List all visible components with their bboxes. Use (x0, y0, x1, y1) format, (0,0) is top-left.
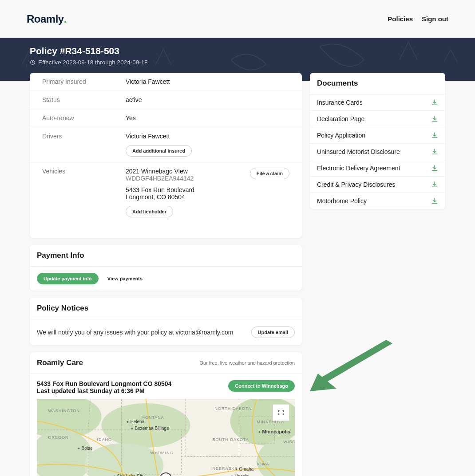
map-state-label: SOUTH DAKOTA (213, 437, 249, 442)
map-state-label: NEBRASKA (213, 466, 238, 471)
map-city-dot (151, 428, 153, 429)
logo[interactable]: Roamly. (27, 13, 67, 25)
svg-point-7 (102, 403, 190, 448)
map-city-label: Omaha (239, 467, 254, 472)
row-autorenew: Auto-renew Yes (30, 109, 302, 127)
document-row[interactable]: Policy Application (310, 127, 445, 144)
add-insured-button[interactable]: Add additional insured (126, 145, 192, 157)
care-location: 5433 Fox Run Boulevard Longmont CO 80504… (37, 380, 171, 394)
document-row[interactable]: Uninsured Motorist Disclosure (310, 144, 445, 160)
effective-text: Effective 2023-09-18 through 2024-09-18 (38, 59, 148, 66)
map-city-label: Bozeman (135, 426, 154, 431)
download-icon (431, 181, 438, 188)
value-primary-insured: Victoria Fawcett (126, 78, 289, 85)
value-autorenew: Yes (126, 114, 289, 122)
map-city-dot (236, 468, 238, 470)
payment-title: Payment Info (37, 251, 84, 260)
value-drivers-block: Victoria Fawcett Add additional insured (126, 133, 289, 157)
document-row[interactable]: Credit & Privacy Disclosures (310, 177, 445, 193)
download-icon (431, 197, 438, 205)
topbar: Roamly. Policies Sign out (0, 0, 475, 38)
roamly-care-card: Roamly Care Our free, live weather and h… (30, 352, 302, 476)
map-state-label: WASHINGTON (48, 409, 80, 413)
vehicle-addr1: 5433 Fox Run Boulevard (126, 186, 250, 193)
file-claim-button[interactable]: File a claim (250, 168, 289, 179)
row-vehicles: Vehicles 2021 Winnebago View WDDGF4HB2EA… (30, 162, 302, 238)
document-label: Policy Application (317, 132, 365, 139)
map-city-dot (127, 421, 129, 423)
logo-dot: . (64, 13, 67, 25)
row-primary-insured: Primary Insured Victoria Fawcett (30, 73, 302, 91)
map-state-label: WISCONSIN (284, 440, 295, 444)
notices-body: We will notify you of any issues with yo… (30, 319, 302, 345)
label-drivers: Drivers (42, 133, 126, 140)
nav-policies[interactable]: Policies (388, 15, 413, 23)
policy-notices-card: Policy Notices We will notify you of any… (30, 298, 302, 345)
map-city-label: Helena (131, 419, 145, 424)
care-timestamp: Last updated last Sunday at 6:36 PM (37, 387, 171, 394)
care-row: 5433 Fox Run Boulevard Longmont CO 80504… (30, 374, 302, 399)
documents-card: Documents Insurance CardsDeclaration Pag… (310, 73, 445, 209)
care-title: Roamly Care (37, 358, 83, 367)
svg-marker-16 (319, 340, 392, 385)
document-label: Declaration Page (317, 115, 364, 122)
notices-text: We will notify you of any issues with yo… (37, 329, 233, 336)
row-status: Status active (30, 91, 302, 109)
download-icon (431, 99, 438, 106)
map-city-label: Minneapolis (262, 429, 291, 434)
vehicle-addr2: Longmont, CO 80504 (126, 193, 250, 201)
document-row[interactable]: Insurance Cards (310, 94, 445, 111)
payment-info-card: Payment Info Update payment info View pa… (30, 245, 302, 291)
document-row[interactable]: Electronic Delivery Agreement (310, 160, 445, 177)
download-icon (431, 115, 438, 122)
payment-actions: Update payment info View payments (30, 267, 302, 291)
connect-winnebago-button[interactable]: Connect to Winnebago (228, 380, 295, 392)
map-state-label: OREGON (48, 435, 69, 440)
download-icon (431, 132, 438, 139)
payment-header: Payment Info (30, 245, 302, 267)
update-email-button[interactable]: Update email (251, 327, 295, 338)
map-city-dot (131, 428, 133, 429)
policy-details-card: Primary Insured Victoria Fawcett Status … (30, 73, 302, 238)
clock-icon (30, 59, 36, 65)
download-icon (431, 165, 438, 172)
value-vehicles-block: 2021 Winnebago View WDDGF4HB2EA944142 54… (126, 168, 250, 217)
map-svg: WASHINGTONMONTANANORTH DAKOTAMINNESOTAWI… (37, 399, 295, 476)
vehicle-vin: WDDGF4HB2EA944142 (126, 175, 250, 182)
map-city-label: Boise (82, 446, 93, 451)
documents-title: Documents (317, 79, 358, 88)
view-payments-link[interactable]: View payments (107, 276, 142, 281)
top-nav: Policies Sign out (388, 15, 448, 23)
vehicle-name: 2021 Winnebago View (126, 168, 250, 175)
fullscreen-icon (277, 409, 285, 416)
annotation-arrow-icon (310, 339, 394, 397)
logo-text: Roamly (27, 13, 64, 25)
documents-list: Insurance CardsDeclaration PagePolicy Ap… (310, 94, 445, 209)
documents-header: Documents (310, 73, 445, 94)
label-vehicles: Vehicles (42, 168, 126, 175)
document-row[interactable]: Motorhome Policy (310, 193, 445, 209)
label-status: Status (42, 96, 126, 103)
document-label: Insurance Cards (317, 99, 363, 106)
map-state-label: MONTANA (142, 415, 164, 420)
map-city-dot (259, 431, 261, 433)
value-drivers: Victoria Fawcett (126, 133, 289, 140)
document-label: Electronic Delivery Agreement (317, 165, 400, 172)
page-title: Policy #R34-518-503 (30, 46, 445, 56)
care-sub: Our free, live weather and hazard protec… (199, 360, 295, 366)
document-label: Motorhome Policy (317, 197, 367, 205)
value-status: active (126, 96, 289, 103)
map[interactable]: WASHINGTONMONTANANORTH DAKOTAMINNESOTAWI… (37, 399, 295, 476)
label-primary-insured: Primary Insured (42, 78, 126, 85)
document-label: Credit & Privacy Disclosures (317, 181, 396, 188)
nav-signout[interactable]: Sign out (422, 15, 448, 23)
add-lienholder-button[interactable]: Add lienholder (126, 206, 173, 217)
map-city-label: Billings (155, 426, 169, 431)
map-city-dot (78, 448, 80, 449)
map-state-label: IOWA (257, 462, 269, 466)
update-payment-button[interactable]: Update payment info (37, 273, 99, 284)
map-state-label: IDAHO (97, 437, 112, 442)
map-fullscreen-button[interactable] (273, 404, 289, 421)
notices-title: Policy Notices (37, 304, 88, 313)
document-row[interactable]: Declaration Page (310, 111, 445, 127)
